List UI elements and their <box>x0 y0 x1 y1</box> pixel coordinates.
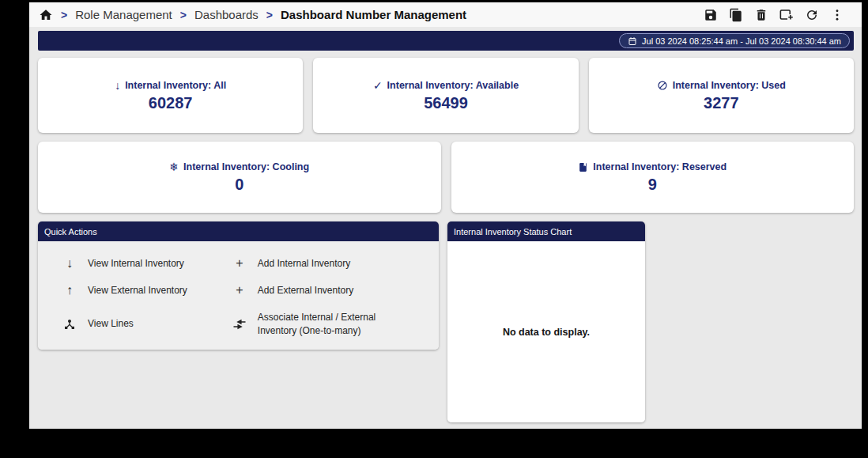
stat-card-internal-inventory-reserved: Internal Inventory: Reserved 9 <box>451 142 855 213</box>
stat-card-label: Internal Inventory: Reserved <box>593 161 726 172</box>
action-view-external-inventory[interactable]: ↑ View External Inventory <box>62 284 232 297</box>
date-range-picker[interactable]: Jul 03 2024 08:25:44 am - Jul 03 2024 08… <box>619 33 850 48</box>
breadcrumb-separator: > <box>266 8 273 21</box>
stat-card-internal-inventory-used: Internal Inventory: Used 3277 <box>589 58 854 133</box>
top-toolbar: > Role Management > Dashboards > Dashboa… <box>29 2 862 27</box>
stat-cards-row-2: ❄ Internal Inventory: Cooling 0 Internal… <box>38 142 854 213</box>
stat-card-value: 60287 <box>149 94 193 112</box>
inventory-status-chart-panel: Internal Inventory Status Chart No data … <box>447 221 645 422</box>
quick-actions-panel: Quick Actions ↓ View Internal Inventory … <box>38 221 439 350</box>
action-label: Add Internal Inventory <box>258 257 350 270</box>
check-icon: ✓ <box>373 80 383 91</box>
refresh-icon[interactable] <box>804 7 819 22</box>
arrow-down-icon: ↓ <box>62 257 77 270</box>
arrow-up-icon: ↑ <box>62 284 77 297</box>
calendar-icon <box>628 36 637 46</box>
breadcrumb-separator: > <box>61 8 67 21</box>
more-vert-icon[interactable] <box>829 7 844 22</box>
stat-card-label: Internal Inventory: Cooling <box>183 161 309 172</box>
merge-arrows-icon <box>232 317 247 331</box>
breadcrumb-item-current: Dashboard Number Management <box>281 8 466 21</box>
date-range-value: Jul 03 2024 08:25:44 am - Jul 03 2024 08… <box>642 36 841 46</box>
book-icon <box>578 162 588 172</box>
stat-card-label: Internal Inventory: All <box>125 80 226 91</box>
quick-actions-header: Quick Actions <box>38 221 439 241</box>
home-icon[interactable] <box>39 8 53 22</box>
stat-card-internal-inventory-available: ✓ Internal Inventory: Available 56499 <box>313 58 578 133</box>
stat-card-value: 3277 <box>704 94 739 112</box>
action-label: Associate Internal / External Inventory … <box>258 311 384 336</box>
stat-card-label: Internal Inventory: Used <box>673 80 786 91</box>
save-icon[interactable] <box>703 7 718 22</box>
action-label: Add External Inventory <box>258 284 353 297</box>
action-label: View Lines <box>88 317 134 330</box>
add-new-icon[interactable] <box>779 7 794 22</box>
dashboard-content: Jul 03 2024 08:25:44 am - Jul 03 2024 08… <box>29 27 862 422</box>
snowflake-icon: ❄ <box>169 161 179 172</box>
block-icon <box>657 80 668 91</box>
action-associate-internal-external-inventory[interactable]: Associate Internal / External Inventory … <box>232 311 431 336</box>
toolbar-actions <box>703 7 849 22</box>
stat-card-value: 0 <box>235 176 243 193</box>
quick-actions-body: ↓ View Internal Inventory + Add Internal… <box>38 241 439 350</box>
action-add-internal-inventory[interactable]: + Add Internal Inventory <box>232 257 431 270</box>
action-view-internal-inventory[interactable]: ↓ View Internal Inventory <box>62 257 232 270</box>
stat-card-internal-inventory-all: ↓ Internal Inventory: All 60287 <box>38 58 303 133</box>
breadcrumb: > Role Management > Dashboards > Dashboa… <box>39 8 466 22</box>
chart-panel-title: Internal Inventory Status Chart <box>454 227 572 237</box>
action-add-external-inventory[interactable]: + Add External Inventory <box>232 284 431 297</box>
stat-card-internal-inventory-cooling: ❄ Internal Inventory: Cooling 0 <box>38 142 441 213</box>
bottom-panels: Quick Actions ↓ View Internal Inventory … <box>38 221 854 422</box>
action-view-lines[interactable]: View Lines <box>62 317 232 330</box>
chart-body: No data to display. <box>447 241 645 422</box>
stat-card-value: 56499 <box>424 94 468 112</box>
chart-empty-message: No data to display. <box>503 327 590 338</box>
app-window: > Role Management > Dashboards > Dashboa… <box>29 2 862 429</box>
arrow-down-icon: ↓ <box>115 80 120 91</box>
delete-icon[interactable] <box>753 7 768 22</box>
device-hub-icon <box>62 318 77 331</box>
breadcrumb-item-dashboards[interactable]: Dashboards <box>194 8 259 21</box>
date-range-bar: Jul 03 2024 08:25:44 am - Jul 03 2024 08… <box>38 31 854 51</box>
chart-panel-header: Internal Inventory Status Chart <box>447 221 645 241</box>
stat-card-value: 9 <box>648 176 657 193</box>
action-label: View Internal Inventory <box>88 257 184 270</box>
stat-card-label: Internal Inventory: Available <box>387 80 519 91</box>
plus-icon: + <box>232 257 247 270</box>
quick-actions-title: Quick Actions <box>44 227 97 237</box>
stat-cards-row-1: ↓ Internal Inventory: All 60287 ✓ Intern… <box>38 58 854 133</box>
plus-icon: + <box>232 284 247 297</box>
action-label: View External Inventory <box>88 284 187 297</box>
duplicate-icon[interactable] <box>728 7 743 22</box>
breadcrumb-separator: > <box>180 8 187 21</box>
breadcrumb-item-role-management[interactable]: Role Management <box>75 8 172 21</box>
